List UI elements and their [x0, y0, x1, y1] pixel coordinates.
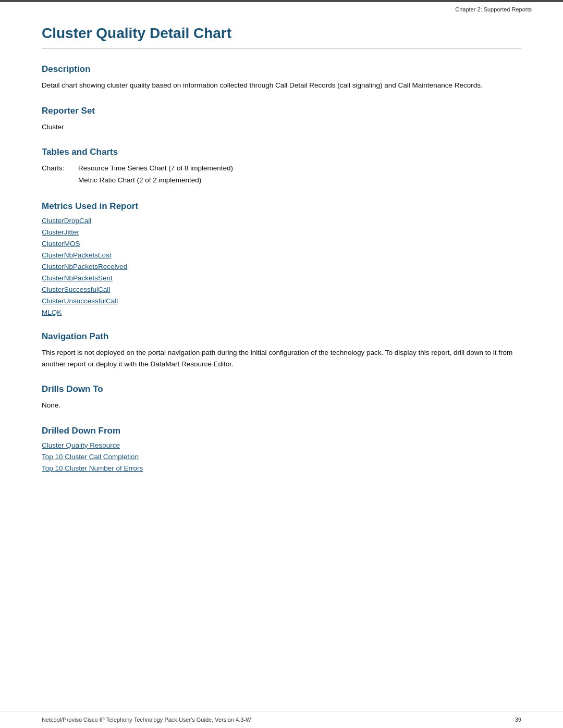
charts-item: Charts: Resource Time Series Chart (7 of… — [42, 163, 521, 187]
list-item: ClusterUnsuccessfulCall — [42, 297, 521, 305]
metric-link[interactable]: ClusterJitter — [42, 228, 79, 236]
metrics-heading: Metrics Used in Report — [42, 201, 521, 212]
list-item: Top 10 Cluster Number of Errors — [42, 464, 521, 473]
navigation-path-heading: Navigation Path — [42, 331, 521, 342]
tables-charts-body: Charts: Resource Time Series Chart (7 of… — [42, 163, 521, 187]
metric-link[interactable]: ClusterMOS — [42, 240, 80, 248]
drilled-link[interactable]: Top 10 Cluster Number of Errors — [42, 464, 143, 472]
list-item: Top 10 Cluster Call Completion — [42, 453, 521, 461]
footer-left-text: Netcool/Proviso Cisco IP Telephony Techn… — [42, 717, 251, 723]
footer-page-number: 39 — [515, 717, 521, 723]
list-item: ClusterDropCall — [42, 217, 521, 225]
footer: Netcool/Proviso Cisco IP Telephony Techn… — [0, 711, 563, 728]
tables-charts-heading: Tables and Charts — [42, 147, 521, 157]
metrics-list: ClusterDropCall ClusterJitter ClusterMOS… — [42, 217, 521, 317]
navigation-path-text: This report is not deployed on the porta… — [42, 347, 521, 369]
drills-down-to-body: None. — [42, 400, 521, 411]
list-item: ClusterNbPacketsReceived — [42, 263, 521, 271]
drills-down-to-heading: Drills Down To — [42, 384, 521, 394]
charts-line-1: Resource Time Series Chart (7 of 8 imple… — [78, 163, 233, 175]
charts-content: Resource Time Series Chart (7 of 8 imple… — [78, 163, 233, 187]
charts-label: Charts: — [42, 163, 78, 187]
chapter-label: Chapter 2: Supported Reports — [455, 6, 532, 13]
content-area: Cluster Quality Detail Chart Description… — [0, 15, 563, 711]
page-title: Cluster Quality Detail Chart — [42, 25, 521, 48]
metric-link[interactable]: MLQK — [42, 309, 62, 316]
drilled-link[interactable]: Top 10 Cluster Call Completion — [42, 453, 139, 461]
page-container: Chapter 2: Supported Reports Cluster Qua… — [0, 0, 563, 728]
navigation-path-body: This report is not deployed on the porta… — [42, 347, 521, 369]
section-drilled-down-from: Drilled Down From Cluster Quality Resour… — [42, 426, 521, 473]
reporter-set-value: Cluster — [42, 121, 521, 133]
list-item: ClusterNbPacketsSent — [42, 274, 521, 282]
list-item: ClusterMOS — [42, 240, 521, 248]
drilled-down-from-heading: Drilled Down From — [42, 426, 521, 436]
description-text: Detail chart showing cluster quality bas… — [42, 80, 521, 91]
section-navigation-path: Navigation Path This report is not deplo… — [42, 331, 521, 369]
metric-link[interactable]: ClusterDropCall — [42, 217, 91, 225]
drilled-link[interactable]: Cluster Quality Resource — [42, 441, 120, 449]
reporter-set-text: Cluster — [42, 121, 521, 133]
description-heading: Description — [42, 64, 521, 75]
drilled-list: Cluster Quality Resource Top 10 Cluster … — [42, 441, 521, 473]
section-reporter-set: Reporter Set Cluster — [42, 106, 521, 133]
charts-line-2: Metric Ratio Chart (2 of 2 implemented) — [78, 175, 233, 187]
section-drills-down-to: Drills Down To None. — [42, 384, 521, 411]
metric-link[interactable]: ClusterSuccessfulCall — [42, 286, 110, 293]
list-item: MLQK — [42, 309, 521, 317]
reporter-set-heading: Reporter Set — [42, 106, 521, 116]
metric-link[interactable]: ClusterNbPacketsSent — [42, 274, 113, 282]
metric-link[interactable]: ClusterUnsuccessfulCall — [42, 297, 118, 305]
section-description: Description Detail chart showing cluster… — [42, 64, 521, 91]
metric-link[interactable]: ClusterNbPacketsReceived — [42, 263, 127, 270]
section-metrics: Metrics Used in Report ClusterDropCall C… — [42, 201, 521, 317]
section-tables-charts: Tables and Charts Charts: Resource Time … — [42, 147, 521, 187]
list-item: ClusterSuccessfulCall — [42, 286, 521, 294]
drills-down-to-text: None. — [42, 400, 521, 411]
chapter-header: Chapter 2: Supported Reports — [0, 2, 563, 15]
list-item: ClusterNbPacketsLost — [42, 251, 521, 260]
list-item: Cluster Quality Resource — [42, 441, 521, 450]
metric-link[interactable]: ClusterNbPacketsLost — [42, 251, 112, 259]
description-body: Detail chart showing cluster quality bas… — [42, 80, 521, 91]
list-item: ClusterJitter — [42, 228, 521, 237]
